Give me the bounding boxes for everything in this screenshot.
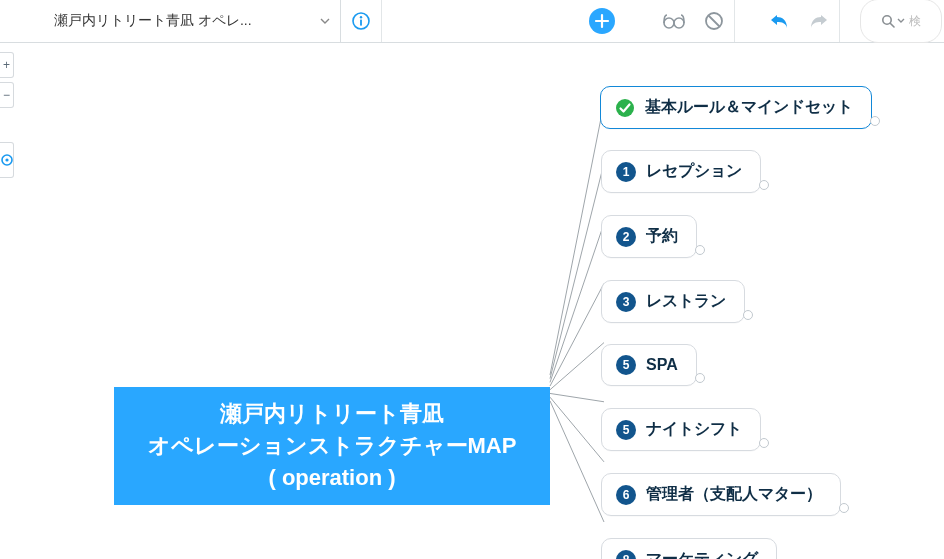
plus-icon: [594, 13, 610, 29]
svg-line-16: [550, 401, 604, 522]
root-line3: ( operation ): [268, 462, 395, 494]
search-placeholder: 検: [909, 13, 921, 30]
svg-point-4: [674, 18, 684, 28]
presentation-button[interactable]: [654, 0, 694, 42]
expand-handle[interactable]: [759, 438, 769, 448]
glasses-icon: [661, 12, 687, 30]
block-icon: [704, 11, 724, 31]
info-icon: [351, 11, 371, 31]
child-node-label: 基本ルール＆マインドセット: [645, 97, 853, 118]
document-title-dropdown[interactable]: 瀬戸内リトリート青凪 オペレ...: [34, 0, 341, 42]
child-node-label: マーケティング: [646, 549, 758, 559]
svg-line-10: [550, 163, 604, 378]
svg-point-1: [360, 16, 362, 18]
child-node-label: 予約: [646, 226, 678, 247]
chevron-down-icon: [897, 17, 905, 25]
number-badge: 5: [616, 355, 636, 375]
mindmap-canvas[interactable]: 瀬戸内リトリート青凪 オペレーションストラクチャーMAP ( operation…: [0, 42, 944, 559]
svg-rect-2: [360, 20, 362, 26]
svg-line-14: [550, 393, 604, 401]
svg-line-11: [550, 223, 604, 382]
child-node[interactable]: 1レセプション: [601, 150, 761, 193]
child-node[interactable]: 基本ルール＆マインドセット: [600, 86, 872, 129]
child-node-label: ナイトシフト: [646, 419, 742, 440]
child-node[interactable]: 6管理者（支配人マター）: [601, 473, 841, 516]
svg-line-13: [550, 343, 604, 390]
child-node[interactable]: 5SPA: [601, 344, 697, 386]
search-box[interactable]: 検: [860, 0, 942, 43]
expand-handle[interactable]: [743, 310, 753, 320]
expand-handle[interactable]: [870, 116, 880, 126]
expand-handle[interactable]: [695, 373, 705, 383]
child-node-label: SPA: [646, 356, 678, 374]
expand-handle[interactable]: [695, 245, 705, 255]
info-button[interactable]: [341, 0, 382, 42]
root-line2: オペレーションストラクチャーMAP: [148, 430, 517, 462]
toolbar-spacer: [382, 0, 582, 42]
svg-line-9: [550, 103, 604, 375]
child-node[interactable]: 3レストラン: [601, 280, 745, 323]
disable-button[interactable]: [694, 0, 735, 42]
child-node-label: レストラン: [646, 291, 726, 312]
redo-button[interactable]: [799, 0, 840, 42]
svg-point-3: [664, 18, 674, 28]
svg-point-17: [616, 99, 634, 117]
number-badge: 8: [616, 550, 636, 560]
root-node[interactable]: 瀬戸内リトリート青凪 オペレーションストラクチャーMAP ( operation…: [114, 387, 550, 505]
check-icon: [615, 98, 635, 118]
expand-handle[interactable]: [759, 180, 769, 190]
toolbar: 瀬戸内リトリート青凪 オペレ...: [0, 0, 944, 43]
add-node-button[interactable]: [582, 0, 622, 42]
child-node-label: 管理者（支配人マター）: [646, 484, 822, 505]
child-node[interactable]: 8マーケティング: [601, 538, 777, 559]
undo-icon: [768, 12, 790, 30]
number-badge: 3: [616, 292, 636, 312]
number-badge: 1: [616, 162, 636, 182]
child-node[interactable]: 5ナイトシフト: [601, 408, 761, 451]
expand-handle[interactable]: [839, 503, 849, 513]
toolbar-spacer: [622, 0, 654, 42]
redo-icon: [808, 12, 830, 30]
svg-line-15: [550, 397, 604, 462]
root-line1: 瀬戸内リトリート青凪: [220, 398, 444, 430]
svg-line-12: [550, 283, 604, 386]
child-node-label: レセプション: [646, 161, 742, 182]
search-icon: [881, 14, 895, 28]
document-title: 瀬戸内リトリート青凪 オペレ...: [54, 12, 312, 30]
caret-down-icon: [320, 16, 330, 26]
number-badge: 2: [616, 227, 636, 247]
number-badge: 6: [616, 485, 636, 505]
undo-button[interactable]: [759, 0, 799, 42]
number-badge: 5: [616, 420, 636, 440]
child-node[interactable]: 2予約: [601, 215, 697, 258]
